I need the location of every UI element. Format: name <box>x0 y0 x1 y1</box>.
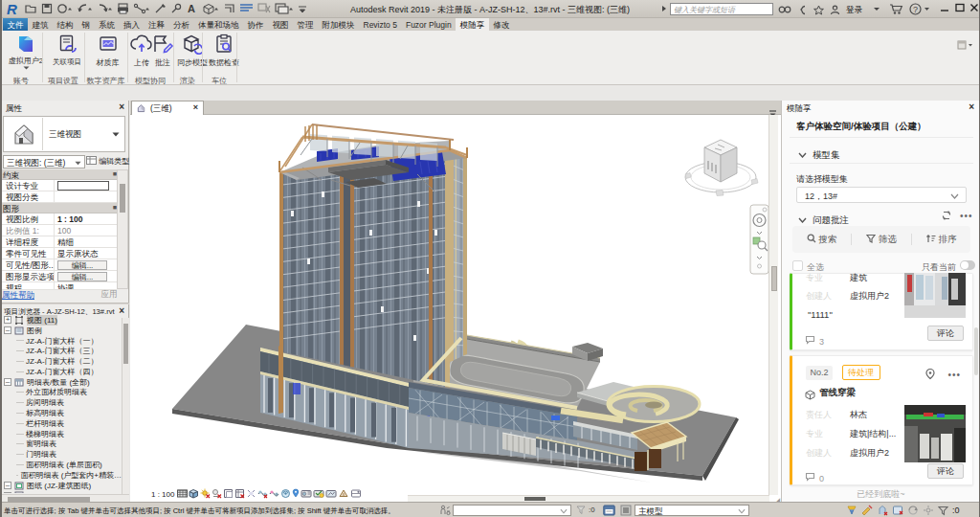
svg-text:?: ? <box>913 5 918 14</box>
